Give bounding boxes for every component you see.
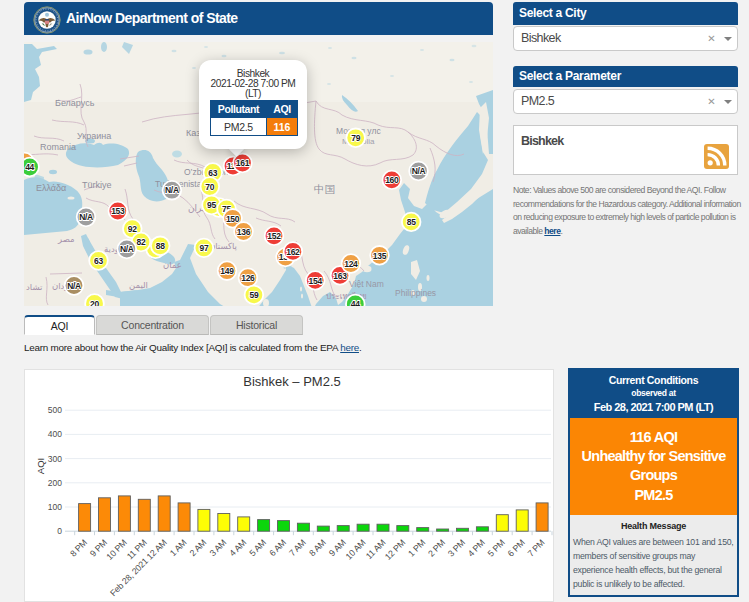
svg-text:63: 63: [208, 168, 217, 178]
svg-text:154: 154: [309, 276, 323, 286]
svg-text:2 PM: 2 PM: [426, 538, 447, 559]
svg-text:3 AM: 3 AM: [208, 538, 229, 559]
svg-text:Bishkek – PM2.5: Bishkek – PM2.5: [243, 374, 341, 389]
svg-text:97: 97: [199, 243, 208, 253]
svg-text:92: 92: [128, 224, 137, 234]
svg-text:11 AM: 11 AM: [364, 538, 388, 562]
svg-text:7 PM: 7 PM: [525, 538, 546, 559]
svg-text:161: 161: [236, 158, 250, 168]
svg-text:100: 100: [48, 502, 62, 512]
svg-text:تشاد: تشاد: [26, 282, 43, 292]
svg-text:4 PM: 4 PM: [466, 538, 487, 559]
svg-text:12 PM: 12 PM: [383, 538, 407, 562]
svg-text:عمان: عمان: [163, 260, 182, 270]
svg-text:152: 152: [267, 231, 281, 241]
svg-text:162: 162: [286, 247, 300, 257]
svg-text:20: 20: [90, 299, 99, 306]
svg-text:44: 44: [351, 299, 360, 306]
svg-text:7 AM: 7 AM: [287, 538, 308, 559]
svg-text:AQI: AQI: [35, 458, 46, 474]
svg-text:1 PM: 1 PM: [406, 538, 427, 559]
svg-text:مصر: مصر: [57, 234, 75, 244]
svg-text:6 PM: 6 PM: [506, 538, 527, 559]
svg-text:135: 135: [373, 251, 387, 261]
svg-text:Việt Nam: Việt Nam: [349, 279, 384, 289]
svg-text:5 PM: 5 PM: [486, 538, 507, 559]
svg-text:160: 160: [385, 175, 399, 185]
svg-text:63: 63: [94, 256, 103, 266]
svg-text:1 AM: 1 AM: [168, 538, 189, 559]
svg-text:59: 59: [249, 290, 258, 300]
svg-text:3 PM: 3 PM: [446, 538, 467, 559]
svg-text:6 AM: 6 AM: [267, 538, 288, 559]
svg-text:Philippines: Philippines: [395, 288, 436, 298]
svg-text:Ελλάδα: Ελλάδα: [36, 183, 66, 193]
svg-text:8 AM: 8 AM: [307, 538, 328, 559]
svg-text:N/A: N/A: [67, 281, 81, 291]
svg-text:163: 163: [333, 271, 347, 281]
svg-text:10 PM: 10 PM: [104, 538, 128, 562]
svg-text:153: 153: [111, 206, 125, 216]
svg-text:中国: 中国: [314, 183, 335, 195]
svg-text:500: 500: [48, 405, 62, 415]
svg-text:400: 400: [48, 429, 62, 439]
svg-text:136: 136: [237, 227, 251, 237]
svg-text:150: 150: [226, 214, 240, 224]
svg-text:88: 88: [156, 241, 165, 251]
svg-text:Украина: Украина: [77, 131, 111, 141]
svg-text:N/A: N/A: [165, 185, 179, 195]
svg-text:Беларусь: Беларусь: [55, 98, 95, 108]
svg-text:200: 200: [48, 478, 62, 488]
svg-text:Romania: Romania: [40, 142, 76, 152]
svg-text:124: 124: [344, 259, 358, 269]
svg-text:126: 126: [241, 273, 255, 283]
svg-text:79: 79: [351, 133, 360, 143]
svg-text:N/A: N/A: [412, 166, 426, 176]
svg-text:Türkiye: Türkiye: [82, 180, 112, 190]
svg-text:95: 95: [207, 200, 216, 210]
svg-text:149: 149: [220, 266, 234, 276]
svg-text:4 AM: 4 AM: [227, 538, 248, 559]
svg-text:44: 44: [25, 162, 34, 172]
svg-text:N/A: N/A: [79, 212, 93, 222]
svg-text:82: 82: [137, 237, 146, 247]
svg-text:N/A: N/A: [120, 244, 134, 254]
svg-text:70: 70: [205, 182, 214, 192]
svg-text:300: 300: [48, 454, 62, 464]
svg-text:5 AM: 5 AM: [247, 538, 268, 559]
svg-text:اليمن: اليمن: [129, 280, 148, 290]
svg-text:2 AM: 2 AM: [188, 538, 209, 559]
svg-text:10 AM: 10 AM: [344, 538, 368, 562]
svg-text:8 PM: 8 PM: [68, 538, 89, 559]
svg-text:0: 0: [57, 526, 62, 536]
svg-text:85: 85: [407, 217, 416, 227]
